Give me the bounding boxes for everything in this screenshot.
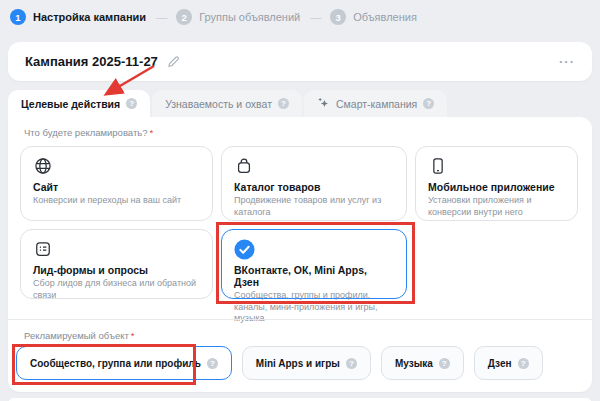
stepper-step-ads[interactable]: 3 Объявления	[330, 9, 417, 25]
objective-card-vk-ok-miniapps-dzen[interactable]: ВКонтакте, ОК, Mini Apps, Дзен Сообществ…	[221, 229, 407, 299]
help-icon[interactable]: ?	[278, 98, 289, 109]
objective-card-description: Сбор лидов для бизнеса или обратной связ…	[33, 278, 200, 301]
stepper-separator: —	[156, 11, 166, 23]
pill-label: Дзен	[488, 358, 512, 369]
campaign-title: Кампания 2025-11-27	[25, 54, 158, 69]
objective-card-description: Установки приложения и конверсии внутри …	[428, 195, 565, 218]
bag-icon	[234, 156, 394, 177]
step-number-badge: 3	[330, 9, 346, 25]
objective-card-lead-forms[interactable]: Лид-формы и опросы Сбор лидов для бизнес…	[20, 229, 213, 299]
objective-question-label: Что будете рекламировать?*	[24, 127, 153, 138]
objective-cards-row-1: Сайт Конверсии и переходы на ваш сайт Ка…	[20, 146, 578, 221]
objective-card-mobile-app[interactable]: Мобильное приложение Установки приложени…	[415, 146, 578, 221]
target-actions-panel: Что будете рекламировать?* Сайт Конверси…	[8, 117, 592, 392]
step-number-badge: 2	[176, 9, 192, 25]
objective-card-title: Каталог товаров	[234, 181, 394, 193]
tab-label: Узнаваемость и охват	[165, 98, 272, 110]
objective-card-title: Лид-формы и опросы	[33, 264, 200, 276]
section-divider	[8, 319, 592, 320]
globe-icon	[33, 156, 200, 177]
objective-card-title: ВКонтакте, ОК, Mini Apps, Дзен	[234, 264, 394, 288]
more-menu-icon[interactable]: ···	[559, 55, 575, 68]
help-icon[interactable]: ?	[423, 98, 434, 109]
help-icon[interactable]: ?	[126, 98, 137, 109]
campaign-title-card: Кампания 2025-11-27 ···	[8, 42, 592, 81]
ad-object-pills: Сообщество, группа или профиль ? Mini Ap…	[16, 346, 543, 380]
help-icon[interactable]: ?	[518, 358, 529, 369]
pill-mini-apps-games[interactable]: Mini Apps и игры ?	[242, 346, 371, 380]
pill-label: Сообщество, группа или профиль	[30, 358, 201, 369]
stepper-separator: —	[310, 11, 320, 23]
help-icon[interactable]: ?	[207, 358, 218, 369]
help-icon[interactable]: ?	[439, 358, 450, 369]
step-label: Объявления	[353, 11, 417, 23]
pill-music[interactable]: Музыка ?	[381, 346, 464, 380]
edit-pencil-icon[interactable]	[167, 55, 181, 69]
required-mark: *	[131, 330, 135, 341]
stepper-step-campaign-settings[interactable]: 1 Настройка кампании	[10, 9, 146, 25]
objective-card-site[interactable]: Сайт Конверсии и переходы на ваш сайт	[20, 146, 213, 221]
tab-target-actions[interactable]: Целевые действия ?	[8, 90, 150, 117]
objective-card-description: Продвижение товаров или услуг из каталог…	[234, 195, 394, 218]
phone-icon	[428, 156, 565, 177]
tab-label: Целевые действия	[21, 98, 120, 110]
objective-card-title: Мобильное приложение	[428, 181, 565, 193]
required-mark: *	[150, 127, 154, 138]
objective-card-title: Сайт	[33, 181, 200, 193]
check-circle-icon	[234, 239, 394, 260]
tab-label: Смарт-кампания	[336, 98, 417, 110]
step-label: Группы объявлений	[199, 11, 300, 23]
ad-object-label-text: Рекламируемый объект	[24, 330, 129, 341]
objective-card-description: Конверсии и переходы на ваш сайт	[33, 195, 200, 207]
tab-smart-campaign[interactable]: Смарт-кампания ?	[304, 90, 447, 117]
pill-community-group-profile[interactable]: Сообщество, группа или профиль ?	[16, 346, 232, 380]
form-icon	[33, 239, 200, 260]
pill-dzen[interactable]: Дзен ?	[474, 346, 543, 380]
objective-cards-row-2: Лид-формы и опросы Сбор лидов для бизнес…	[20, 229, 407, 299]
step-label: Настройка кампании	[33, 11, 146, 23]
vk-ads-campaign-setup-page: 1 Настройка кампании — 2 Группы объявлен…	[0, 0, 600, 401]
objective-card-catalog[interactable]: Каталог товаров Продвижение товаров или …	[221, 146, 407, 221]
pill-label: Музыка	[395, 358, 433, 369]
sparkle-icon	[317, 97, 330, 110]
pill-label: Mini Apps и игры	[256, 358, 340, 369]
campaign-stepper: 1 Настройка кампании — 2 Группы объявлен…	[10, 9, 417, 25]
step-number-badge: 1	[10, 9, 26, 25]
ad-object-label: Рекламируемый объект*	[24, 330, 135, 341]
stepper-step-ad-groups[interactable]: 2 Группы объявлений	[176, 9, 300, 25]
campaign-type-tabs: Целевые действия ? Узнаваемость и охват …	[8, 90, 447, 117]
objective-question-text: Что будете рекламировать?	[24, 127, 148, 138]
help-icon[interactable]: ?	[346, 358, 357, 369]
tab-awareness-reach[interactable]: Узнаваемость и охват ?	[152, 90, 302, 117]
